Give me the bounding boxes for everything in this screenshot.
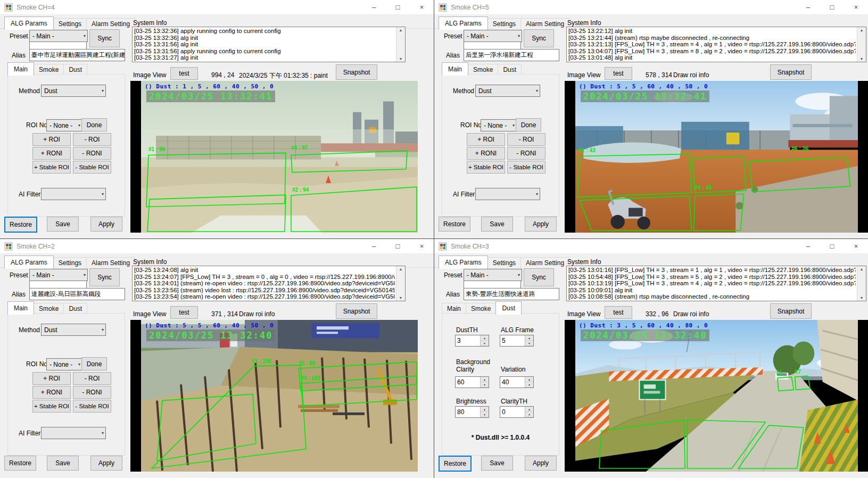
remove-stable-roi-button[interactable]: - Stable ROI <box>507 161 545 174</box>
tab-main[interactable]: Main <box>7 301 34 315</box>
add-stable-roi-button[interactable]: + Stable ROI <box>32 400 71 413</box>
maximize-button[interactable]: □ <box>820 239 844 253</box>
tab-alg-params[interactable]: ALG Params <box>439 17 488 30</box>
camera-view[interactable]: #1 : 96#4 : 97#2 : 94() Dust : 1 , 5 , 6… <box>130 81 418 233</box>
scroll-up-icon[interactable]: ▲ <box>860 267 864 271</box>
sync-button[interactable]: Sync <box>524 268 554 286</box>
system-log-listbox[interactable]: [03-25 13:01:16] [FPS_Low] TH = 3 , stre… <box>566 266 866 301</box>
add-stable-roi-button[interactable]: + Stable ROI <box>32 161 71 174</box>
minimize-button[interactable]: – <box>362 239 386 253</box>
spin-down-icon[interactable]: ▼ <box>481 341 489 346</box>
restore-button[interactable]: Restore <box>4 456 36 471</box>
dust-th-stepper[interactable]: 3 ▲▼ <box>455 335 489 347</box>
tab-settings[interactable]: Settings <box>53 257 87 269</box>
maximize-button[interactable]: □ <box>386 0 410 14</box>
remove-roi-button[interactable]: - ROI <box>507 133 545 146</box>
tab-settings[interactable]: Settings <box>53 18 87 30</box>
remove-stable-roi-button[interactable]: - Stable ROI <box>73 161 111 174</box>
restore-button[interactable]: Restore <box>439 456 472 472</box>
sync-button[interactable]: Sync <box>524 29 554 47</box>
snapshot-button[interactable]: Snapshot <box>336 64 377 80</box>
alias-input[interactable]: 達麗建設-烏日區新高鐵段 <box>29 288 125 300</box>
scroll-down-icon[interactable]: ▼ <box>860 57 864 61</box>
scroll-up-icon[interactable]: ▲ <box>399 28 403 32</box>
alias-input[interactable]: 后里第一淨水場新建工程 <box>464 49 559 61</box>
add-roni-button[interactable]: + RONI <box>467 147 505 160</box>
save-button[interactable]: Save <box>47 217 79 232</box>
close-button[interactable]: × <box>844 239 868 253</box>
camera-view[interactable]: #1#7() Dust : 3 , 5 , 60 , 40 , 80 , 020… <box>565 320 868 472</box>
roi-no-dropdown[interactable]: - None - ▾ <box>46 119 82 131</box>
scroll-down-icon[interactable]: ▼ <box>399 57 403 61</box>
spin-down-icon[interactable]: ▼ <box>525 382 533 388</box>
snapshot-button[interactable]: Snapshot <box>336 303 377 319</box>
test-button[interactable]: test <box>605 306 632 319</box>
remove-roni-button[interactable]: - RONI <box>507 147 545 160</box>
tab-alarm-setting[interactable]: Alarm Setting <box>520 257 569 269</box>
preset-dropdown[interactable]: - Main - ▾ <box>29 269 88 281</box>
restore-button[interactable]: Restore <box>4 217 37 233</box>
restore-button[interactable]: Restore <box>439 217 470 232</box>
add-roi-button[interactable]: + ROI <box>32 372 71 385</box>
done-button[interactable]: Done <box>516 118 541 131</box>
spin-up-icon[interactable]: ▲ <box>525 335 533 341</box>
tab-alg-params[interactable]: ALG Params <box>4 17 54 30</box>
add-stable-roi-button[interactable]: + Stable ROI <box>467 161 505 174</box>
roi-no-dropdown[interactable]: - None - ▾ <box>46 358 82 370</box>
method-dropdown[interactable]: Dust ▾ <box>41 85 106 97</box>
add-roi-button[interactable]: + ROI <box>467 133 505 146</box>
tab-main[interactable]: Main <box>7 62 34 76</box>
test-button[interactable]: test <box>170 67 198 80</box>
alias-input[interactable]: 臺中市足球運動園區興建工程(新建) <box>29 49 125 61</box>
sync-button[interactable]: Sync <box>89 268 120 286</box>
log-scrollbar[interactable]: ▲ ▼ <box>396 27 405 62</box>
add-roni-button[interactable]: + RONI <box>32 386 71 399</box>
apply-button[interactable]: Apply <box>525 217 557 232</box>
minimize-button[interactable]: – <box>362 0 386 14</box>
spin-up-icon[interactable]: ▲ <box>481 377 489 382</box>
remove-roi-button[interactable]: - ROI <box>73 372 111 385</box>
variation-stepper[interactable]: 40 ▲▼ <box>500 376 534 388</box>
spin-down-icon[interactable]: ▼ <box>481 412 489 417</box>
test-button[interactable]: test <box>605 67 632 80</box>
system-log-listbox[interactable]: [03-25 13:22:12] alg init[03-25 13:21:44… <box>566 27 866 62</box>
done-button[interactable]: Done <box>81 357 107 370</box>
remove-stable-roi-button[interactable]: - Stable ROI <box>73 400 111 413</box>
system-log-listbox[interactable]: [03-25 13:32:36] apply running config to… <box>132 27 406 62</box>
tab-alg-params[interactable]: ALG Params <box>4 256 54 269</box>
spin-up-icon[interactable]: ▲ <box>481 335 489 341</box>
tab-settings[interactable]: Settings <box>487 18 521 30</box>
close-button[interactable]: × <box>410 239 434 253</box>
spin-down-icon[interactable]: ▼ <box>525 412 533 417</box>
close-button[interactable]: × <box>410 0 434 14</box>
log-scrollbar[interactable]: ▲ ▼ <box>857 266 866 301</box>
spin-down-icon[interactable]: ▼ <box>481 382 489 388</box>
close-button[interactable]: × <box>844 0 868 14</box>
tab-settings[interactable]: Settings <box>487 257 521 269</box>
maximize-button[interactable]: □ <box>820 0 844 14</box>
test-button[interactable]: test <box>170 306 198 319</box>
alg-frame-stepper[interactable]: 5 ▲▼ <box>500 335 534 347</box>
method-dropdown[interactable]: Dust ▾ <box>475 85 540 97</box>
tab-alarm-setting[interactable]: Alarm Setting <box>86 18 135 30</box>
add-roi-button[interactable]: + ROI <box>32 133 71 146</box>
scroll-up-icon[interactable]: ▲ <box>860 28 864 32</box>
ai-filter-dropdown[interactable]: ▾ <box>41 427 106 439</box>
log-scrollbar[interactable]: ▲ ▼ <box>857 27 866 62</box>
scroll-down-icon[interactable]: ▼ <box>860 296 864 300</box>
tab-alg-params[interactable]: ALG Params <box>439 256 488 269</box>
done-button[interactable]: Done <box>81 118 107 131</box>
snapshot-button[interactable]: Snapshot <box>770 303 812 319</box>
clarity-th-stepper[interactable]: 0 ▲▼ <box>500 406 534 418</box>
preset-dropdown[interactable]: - Main - ▾ <box>464 30 522 42</box>
scroll-down-icon[interactable]: ▼ <box>399 296 403 300</box>
camera-view[interactable]: #1 : 43#4 : 49#6 : 26() Dust : 5 , 5 , 6… <box>565 81 868 233</box>
remove-roni-button[interactable]: - RONI <box>73 147 111 160</box>
snapshot-button[interactable]: Snapshot <box>770 64 812 80</box>
apply-button[interactable]: Apply <box>525 456 557 471</box>
camera-view[interactable]: #1 : 106#5 : 80#4 : 103() Dust : 5 , 5 ,… <box>130 320 418 472</box>
tab-alarm-setting[interactable]: Alarm Setting <box>520 18 569 30</box>
method-dropdown[interactable]: Dust ▾ <box>41 324 106 336</box>
tab-main[interactable]: Main <box>442 62 468 76</box>
add-roni-button[interactable]: + RONI <box>32 147 71 160</box>
